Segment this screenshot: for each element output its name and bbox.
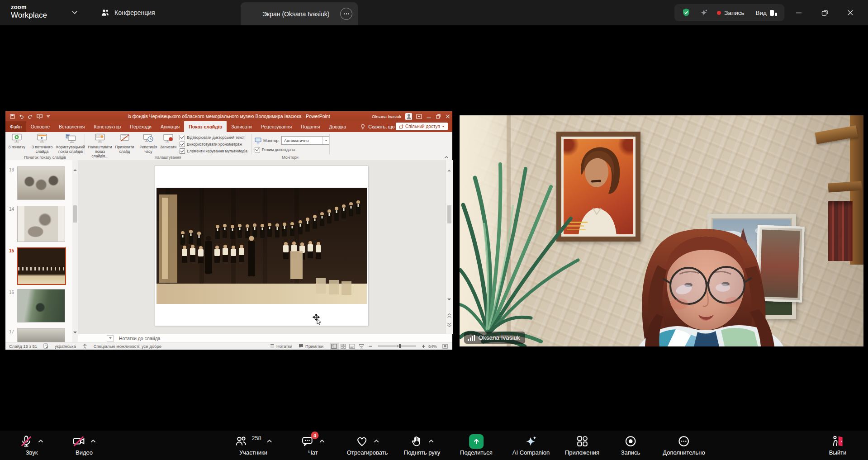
undo-icon[interactable] — [19, 114, 24, 119]
notes-toggle[interactable]: Нотатки — [270, 344, 292, 349]
ppt-tab-insert[interactable]: Вставлення — [54, 121, 89, 132]
fit-slide-button[interactable] — [441, 343, 450, 350]
customize-qat-chevron-icon[interactable] — [46, 114, 50, 119]
ppt-account-avatar[interactable] — [405, 113, 412, 120]
play-narrations-checkbox[interactable]: Відтворювати дикторський текст — [180, 135, 245, 140]
security-shield-icon[interactable] — [682, 8, 691, 17]
zoom-level-status[interactable]: 64% — [428, 344, 437, 349]
redo-icon[interactable] — [28, 114, 33, 119]
scroll-up-icon[interactable] — [447, 162, 451, 170]
raise-hand-options-chevron-icon[interactable] — [428, 439, 434, 443]
record-slideshow-button[interactable]: Записати — [158, 133, 178, 149]
monitor-dropdown[interactable]: Автоматично — [281, 136, 330, 145]
ppt-tab-transitions[interactable]: Переходи — [125, 121, 156, 132]
slide-14-thumbnail[interactable] — [17, 206, 65, 242]
react-button[interactable]: Отреагировать — [347, 434, 388, 456]
next-slide-button[interactable] — [447, 322, 452, 327]
slide-sorter-view-button[interactable] — [339, 343, 348, 350]
chat-button[interactable]: 4 Чат — [301, 434, 325, 456]
scrollbar-thumb[interactable] — [447, 205, 451, 223]
more-button[interactable]: Дополнительно — [663, 434, 705, 456]
scrollbar-thumb[interactable] — [73, 205, 77, 223]
from-start-button[interactable]: З початку — [6, 133, 27, 149]
ppt-share-button[interactable]: Спільний доступ — [396, 123, 448, 130]
save-icon[interactable] — [10, 114, 15, 119]
use-timings-checkbox[interactable]: Використовувати хронометраж — [180, 142, 242, 147]
ppt-tab-help[interactable]: Довідка — [324, 121, 351, 132]
notes-splitter-icon[interactable] — [107, 335, 114, 342]
slide-13-thumbnail[interactable] — [17, 166, 65, 200]
ppt-tab-animations[interactable]: Анімація — [156, 121, 184, 132]
leave-button[interactable]: Выйти — [829, 434, 847, 456]
hide-slide-button[interactable]: Приховати слайд — [114, 133, 135, 154]
ppt-tab-design[interactable]: Конструктор — [89, 121, 125, 132]
ribbon-display-options-icon[interactable] — [416, 114, 422, 119]
window-close-button[interactable] — [844, 6, 857, 19]
normal-view-button[interactable] — [330, 343, 339, 350]
proofing-icon[interactable] — [43, 343, 48, 349]
presenter-view-checkbox[interactable]: Режим доповідача — [255, 147, 295, 152]
ppt-minimize-icon[interactable] — [426, 114, 432, 119]
ai-companion-button[interactable]: AI Companion — [512, 434, 550, 456]
zoom-slider-thumb[interactable] — [399, 344, 401, 349]
video-options-chevron-icon[interactable] — [90, 439, 96, 443]
ppt-restore-icon[interactable] — [436, 114, 441, 119]
ppt-tab-record[interactable]: Записати — [227, 121, 256, 132]
record-button[interactable]: Запись — [621, 434, 640, 456]
ppt-tab-view[interactable]: Подання — [296, 121, 324, 132]
start-slideshow-icon[interactable] — [37, 114, 43, 119]
document-scrollbar[interactable] — [446, 160, 453, 334]
recording-indicator: Запись — [717, 9, 744, 16]
slideshow-view-button[interactable] — [357, 343, 366, 350]
slide-canvas[interactable] — [155, 166, 368, 326]
comments-toggle[interactable]: Примітки — [299, 344, 323, 349]
video-button[interactable]: Видео — [72, 434, 96, 456]
chat-unread-badge: 4 — [311, 432, 319, 439]
audio-options-chevron-icon[interactable] — [38, 439, 44, 443]
collapse-ribbon-chevron-icon[interactable] — [444, 156, 449, 159]
accessibility-status[interactable]: Спеціальні можливості: усе добре — [94, 344, 161, 349]
reading-view-button[interactable] — [348, 343, 357, 350]
scroll-up-icon[interactable] — [73, 161, 77, 170]
participants-options-chevron-icon[interactable] — [266, 439, 272, 443]
scroll-down-icon[interactable] — [447, 300, 451, 308]
chat-options-chevron-icon[interactable] — [319, 439, 325, 443]
raise-hand-button[interactable]: Поднять руку — [404, 434, 440, 456]
audio-button[interactable]: Звук — [20, 434, 44, 456]
react-options-chevron-icon[interactable] — [374, 439, 379, 443]
setup-slideshow-button[interactable]: Налаштувати показ слайдів... — [87, 133, 113, 158]
view-button[interactable]: Вид — [756, 9, 777, 16]
from-current-slide-button[interactable]: З поточного слайда — [27, 133, 57, 154]
zoom-slider[interactable] — [378, 346, 416, 346]
slide-16-thumbnail[interactable] — [17, 289, 65, 322]
scroll-down-icon[interactable] — [73, 333, 77, 341]
ppt-tab-file[interactable]: Файл — [5, 121, 26, 132]
zoom-out-button[interactable] — [366, 343, 375, 350]
tab-screen-share[interactable]: Экран (Oksana Ivasiuk) — [241, 2, 358, 25]
window-minimize-button[interactable] — [792, 6, 805, 19]
apps-button[interactable]: Приложения — [565, 434, 599, 456]
zoom-in-button[interactable] — [419, 343, 428, 350]
ppt-close-icon[interactable] — [445, 114, 451, 119]
media-controls-checkbox[interactable]: Елементи керування мультимедіа — [180, 148, 247, 154]
notes-bar[interactable]: Нотатки до слайда — [78, 334, 452, 342]
previous-slide-button[interactable] — [447, 313, 452, 318]
slide-photo-choir[interactable] — [157, 188, 367, 304]
tab-conference[interactable]: Конференция — [100, 0, 155, 25]
workspace-chevron-down-icon[interactable] — [71, 10, 78, 14]
custom-slideshow-button[interactable]: Користувацький показ слайдів — [57, 133, 84, 154]
slide-15-thumbnail-selected[interactable] — [17, 247, 66, 285]
slide-editing-area[interactable] — [78, 160, 446, 334]
tab-options-ellipsis-icon[interactable] — [340, 8, 352, 20]
accessibility-icon[interactable] — [82, 343, 87, 349]
language-status[interactable]: українська — [55, 344, 76, 349]
share-screen-button[interactable]: Поделиться — [460, 434, 493, 456]
ppt-tab-slideshow[interactable]: Показ слайдів — [184, 121, 227, 132]
ai-sparkle-icon[interactable] — [699, 8, 708, 17]
ppt-tab-home[interactable]: Основне — [26, 121, 54, 132]
slide-17-thumbnail[interactable] — [17, 328, 65, 342]
ppt-tab-review[interactable]: Рецензування — [256, 121, 296, 132]
rehearse-timings-button[interactable]: Репетиція часу — [138, 133, 158, 154]
participants-button[interactable]: 258 Участники — [234, 434, 272, 456]
window-restore-button[interactable] — [818, 6, 831, 19]
